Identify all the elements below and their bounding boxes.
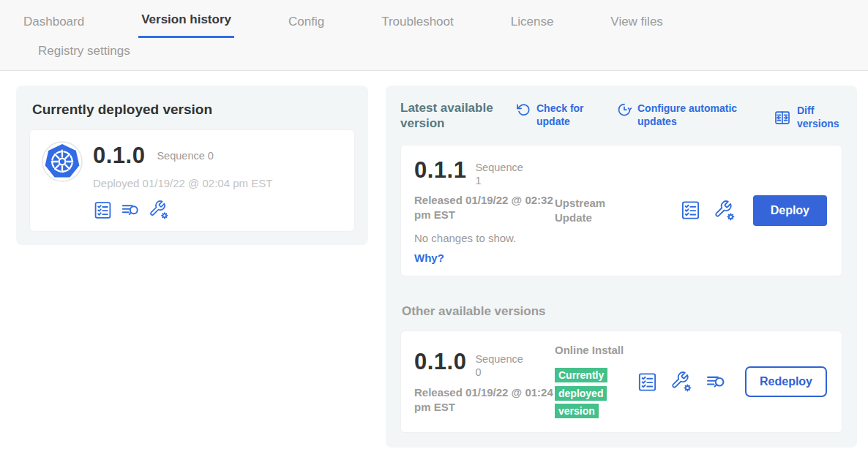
latest-release-version: 0.1.1: [414, 157, 466, 184]
other-release-row: 0.1.0 Sequence 0 Released 01/19/22 @ 01:…: [400, 331, 842, 433]
currently-deployed-title: Currently deployed version: [32, 102, 355, 118]
tab-dashboard[interactable]: Dashboard: [20, 13, 87, 38]
current-version-card: 0.1.0 Sequence 0 Deployed 01/19/22 @ 02:…: [29, 129, 355, 232]
other-release-source: Online Install: [555, 343, 637, 358]
nav-tabs-row2: Registry settings: [20, 38, 848, 70]
redeploy-button[interactable]: Redeploy: [745, 366, 827, 397]
latest-release-source: Upstream Update: [555, 196, 637, 224]
check-for-update-label: Check for update: [536, 102, 598, 128]
other-available-versions-heading: Other available versions: [402, 304, 842, 319]
config-wrench-icon[interactable]: [714, 200, 736, 222]
tab-registry-settings[interactable]: Registry settings: [35, 42, 848, 58]
why-link[interactable]: Why?: [414, 252, 555, 264]
auto-update-schedule-icon: [617, 102, 632, 117]
logs-search-icon[interactable]: [120, 200, 141, 220]
preflight-checklist-icon[interactable]: [93, 200, 113, 220]
kubernetes-logo: [42, 141, 83, 182]
latest-version-panel: Latest available version Check for updat…: [386, 86, 857, 448]
config-wrench-icon[interactable]: [670, 371, 692, 393]
configure-automatic-updates-link[interactable]: Configure automatic updates: [617, 102, 755, 128]
other-release-actions: [637, 371, 727, 393]
other-release-source-block: Online Install Currently deployed versio…: [555, 343, 637, 420]
preflight-checklist-icon[interactable]: [637, 371, 658, 393]
latest-version-header: Latest available version Check for updat…: [400, 100, 842, 132]
nav-tabs-row: Dashboard Version history Config Trouble…: [20, 11, 848, 38]
check-for-update-link[interactable]: Check for update: [516, 102, 598, 128]
currently-deployed-badge-wrap: Currently deployed version: [555, 366, 615, 420]
currently-deployed-panel: Currently deployed version: [16, 86, 368, 245]
diff-versions-label: Diff versions: [797, 105, 842, 130]
diff-icon: [774, 109, 791, 127]
tab-config[interactable]: Config: [285, 13, 327, 38]
current-version-number: 0.1.0: [93, 143, 145, 169]
logs-search-icon[interactable]: [705, 371, 727, 393]
latest-release-info: 0.1.1 Sequence 1 Released 01/19/22 @ 02:…: [414, 157, 555, 265]
current-version-details: 0.1.0 Sequence 0 Deployed 01/19/22 @ 02:…: [93, 141, 272, 220]
preflight-checklist-icon[interactable]: [680, 200, 701, 221]
latest-release-changes-note: No changes to show.: [414, 232, 555, 244]
tab-troubleshoot[interactable]: Troubleshoot: [378, 13, 457, 38]
latest-release-actions: [680, 200, 736, 222]
latest-release-row: 0.1.1 Sequence 1 Released 01/19/22 @ 02:…: [400, 145, 842, 277]
tab-license[interactable]: License: [508, 13, 557, 38]
main-content: Currently deployed version: [0, 71, 868, 462]
latest-version-title: Latest available version: [400, 100, 497, 132]
refresh-icon: [516, 102, 531, 117]
config-wrench-icon[interactable]: [149, 200, 169, 220]
top-nav: Dashboard Version history Config Trouble…: [0, 0, 868, 71]
latest-release-sequence: Sequence 1: [475, 157, 529, 187]
other-release-sequence: Sequence 0: [475, 349, 529, 379]
current-version-sequence: Sequence 0: [157, 150, 213, 162]
deploy-button[interactable]: Deploy: [753, 195, 827, 226]
currently-deployed-badge: Currently deployed version: [555, 368, 607, 419]
tab-version-history[interactable]: Version history: [138, 11, 234, 38]
tab-view-files[interactable]: View files: [607, 13, 666, 38]
other-release-info: 0.1.0 Sequence 0 Released 01/19/22 @ 01:…: [414, 349, 555, 415]
diff-versions-link[interactable]: Diff versions: [774, 105, 842, 130]
other-release-timestamp: Released 01/19/22 @ 01:24 pm EST: [414, 385, 555, 415]
current-version-deployed-timestamp: Deployed 01/19/22 @ 02:04 pm EST: [93, 177, 272, 189]
configure-automatic-updates-label: Configure automatic updates: [637, 102, 755, 128]
other-release-version: 0.1.0: [414, 349, 466, 375]
latest-release-timestamp: Released 01/19/22 @ 02:32 pm EST: [414, 193, 555, 223]
